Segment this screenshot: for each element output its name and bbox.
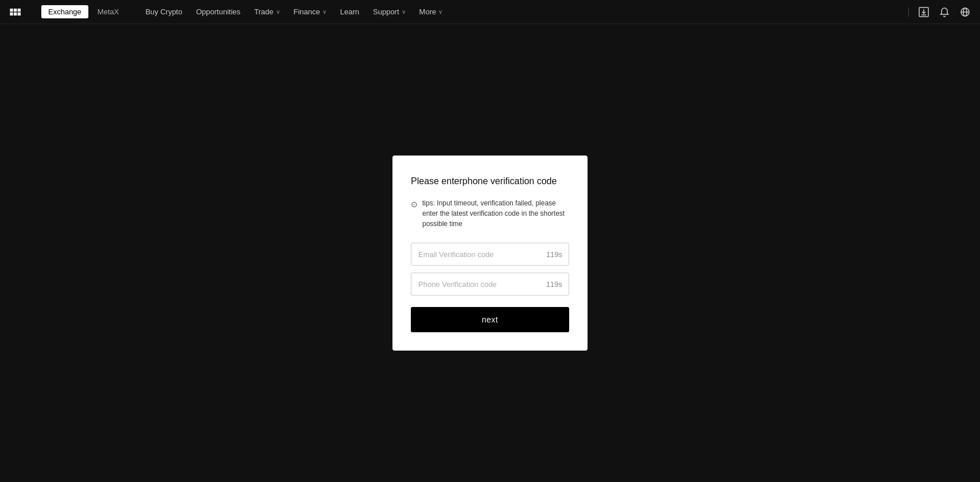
navbar: Exchange MetaX Buy Crypto Opportunities … [0,0,980,24]
warning-icon: ⊙ [411,199,418,211]
phone-verification-group: 119s [411,273,569,296]
nav-links: Buy Crypto Opportunities Trade ∨ Finance… [139,5,904,18]
phone-verification-input[interactable] [411,273,569,296]
svg-rect-2 [18,9,21,11]
svg-rect-5 [14,12,17,15]
more-chevron-icon: ∨ [438,9,442,15]
download-icon[interactable] [918,6,930,18]
modal-title: Please enterphone verification code [411,176,569,186]
svg-rect-1 [14,9,17,11]
nav-buy-crypto[interactable]: Buy Crypto [139,5,188,18]
nav-finance[interactable]: Finance ∨ [288,5,332,18]
tab-exchange[interactable]: Exchange [41,5,88,18]
nav-tabs: Exchange MetaX [41,5,126,18]
support-chevron-icon: ∨ [402,9,406,15]
separator-icon [908,7,909,17]
nav-learn[interactable]: Learn [335,5,365,18]
globe-icon[interactable] [959,6,971,18]
nav-opportunities[interactable]: Opportunities [190,5,246,18]
nav-right-icons [908,6,971,18]
nav-more[interactable]: More ∨ [414,5,449,18]
modal-tips: ⊙ tips: Input timeout, verification fail… [411,198,569,229]
nav-support[interactable]: Support ∨ [367,5,411,18]
bell-icon[interactable] [939,6,950,18]
trade-chevron-icon: ∨ [276,9,280,15]
next-button[interactable]: next [411,307,569,332]
nav-trade[interactable]: Trade ∨ [248,5,285,18]
svg-rect-4 [18,12,21,15]
svg-rect-0 [10,9,13,11]
email-verification-group: 119s [411,243,569,266]
finance-chevron-icon: ∨ [322,9,326,15]
okx-logo[interactable] [9,4,32,20]
main-content: Please enterphone verification code ⊙ ti… [0,24,980,482]
verification-modal: Please enterphone verification code ⊙ ti… [392,156,588,351]
tips-text: tips: Input timeout, verification failed… [422,198,569,229]
tab-metax[interactable]: MetaX [91,5,126,18]
svg-rect-3 [10,12,13,15]
email-verification-input[interactable] [411,243,569,266]
